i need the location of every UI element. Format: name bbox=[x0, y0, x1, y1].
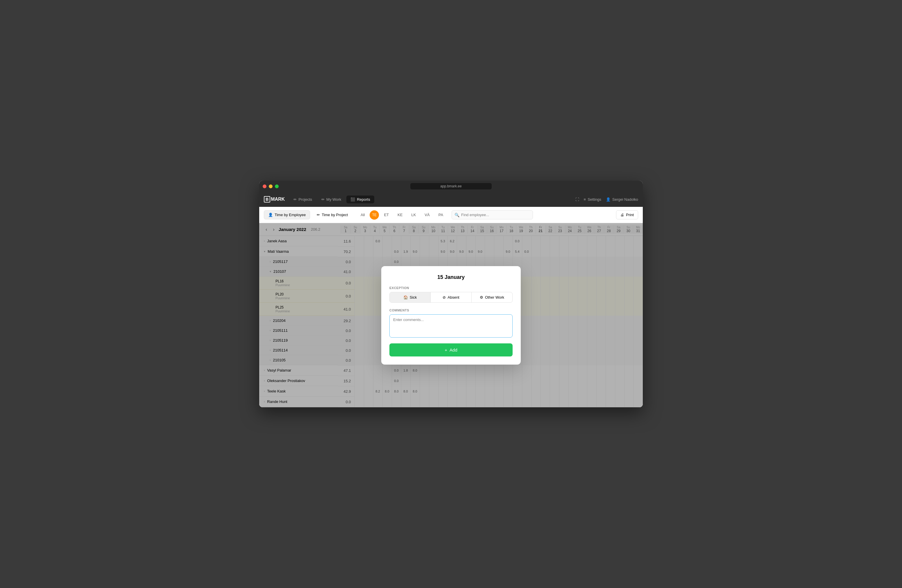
filter-et[interactable]: ET bbox=[380, 210, 393, 220]
navbar: B MARK ✏ Projects ✏ My Work ⬛ Reports ⛶ … bbox=[259, 192, 643, 207]
filter-all[interactable]: All bbox=[357, 210, 368, 220]
user-icon: 👤 bbox=[606, 197, 611, 202]
main-content: ‹ › January 2022 206.2 Sa1Su2Mo3Tu4We5Th… bbox=[259, 223, 643, 407]
nav-mywork-label: My Work bbox=[326, 197, 341, 202]
filter-te[interactable]: TE bbox=[370, 210, 379, 220]
tab-project-label: Time by Project bbox=[322, 213, 348, 217]
modal-title: 15 January bbox=[389, 274, 513, 280]
close-button[interactable] bbox=[263, 185, 266, 188]
add-label: Add bbox=[449, 347, 457, 352]
titlebar: app.bmark.ee bbox=[259, 181, 643, 192]
settings-btn[interactable]: ≡ Settings bbox=[584, 197, 601, 202]
search-bar: 🔍 bbox=[452, 210, 533, 219]
search-icon: 🔍 bbox=[454, 213, 459, 217]
sick-icon: 🏠 bbox=[403, 295, 408, 300]
toolbar: 👤 Time by Employee ✏ Time by Project All… bbox=[259, 207, 643, 223]
main-window: app.bmark.ee B MARK ✏ Projects ✏ My Work… bbox=[259, 181, 643, 407]
search-input[interactable] bbox=[452, 210, 533, 219]
nav-reports-label: Reports bbox=[357, 197, 370, 202]
print-button[interactable]: 🖨 Print bbox=[616, 210, 638, 219]
absent-icon: ⊘ bbox=[443, 295, 446, 300]
filter-lk[interactable]: LK bbox=[407, 210, 420, 220]
comments-label: COMMENTS bbox=[389, 308, 513, 312]
absent-label: Absent bbox=[448, 295, 459, 300]
filter-ke[interactable]: KE bbox=[394, 210, 406, 220]
nav-projects-label: Projects bbox=[298, 197, 312, 202]
add-button[interactable]: + Add bbox=[389, 343, 513, 357]
other-work-button[interactable]: ⚙ Other Work bbox=[471, 292, 512, 302]
tab-time-by-employee[interactable]: 👤 Time by Employee bbox=[264, 210, 310, 219]
sick-button[interactable]: 🏠 Sick bbox=[390, 292, 431, 302]
project-icon: ✏ bbox=[317, 213, 320, 217]
minimize-button[interactable] bbox=[269, 185, 272, 188]
tab-employee-label: Time by Employee bbox=[275, 213, 306, 217]
nav-reports[interactable]: ⬛ Reports bbox=[346, 195, 374, 203]
filter-pa[interactable]: PA bbox=[435, 210, 447, 220]
url-bar[interactable]: app.bmark.ee bbox=[410, 183, 492, 189]
logo-text: MARK bbox=[271, 197, 285, 202]
exception-buttons: 🏠 Sick ⊘ Absent ⚙ Other Work bbox=[389, 292, 513, 303]
printer-icon: 🖨 bbox=[620, 213, 624, 217]
fullscreen-btn[interactable]: ⛶ bbox=[575, 197, 579, 202]
pencil-icon: ✏ bbox=[293, 197, 297, 202]
chart-icon: ⬛ bbox=[351, 197, 355, 202]
filter-group: All TE ET KE LK VÄ PA bbox=[357, 210, 447, 220]
nav-projects[interactable]: ✏ Projects bbox=[290, 195, 316, 203]
pencil2-icon: ✏ bbox=[321, 197, 324, 202]
maximize-button[interactable] bbox=[275, 185, 279, 188]
employee-icon: 👤 bbox=[268, 213, 273, 217]
settings-label: Settings bbox=[587, 197, 601, 202]
print-label: Print bbox=[626, 213, 634, 217]
plus-icon: + bbox=[445, 347, 447, 352]
comments-input[interactable] bbox=[389, 314, 513, 338]
other-work-icon: ⚙ bbox=[480, 295, 483, 300]
filter-va[interactable]: VÄ bbox=[421, 210, 433, 220]
settings-icon: ≡ bbox=[584, 197, 586, 202]
sick-label: Sick bbox=[410, 295, 417, 300]
logo: B MARK bbox=[264, 196, 285, 202]
absent-button[interactable]: ⊘ Absent bbox=[431, 292, 471, 302]
user-label: Sergei Nadolko bbox=[612, 197, 638, 202]
tab-time-by-project[interactable]: ✏ Time by Project bbox=[312, 210, 352, 219]
exception-label: EXCEPTION bbox=[389, 286, 513, 289]
logo-b: B bbox=[264, 196, 270, 202]
other-work-label: Other Work bbox=[485, 295, 504, 300]
traffic-lights bbox=[263, 185, 279, 188]
modal-overlay[interactable]: 15 January EXCEPTION 🏠 Sick ⊘ Absent ⚙ O… bbox=[259, 223, 643, 407]
exception-modal: 15 January EXCEPTION 🏠 Sick ⊘ Absent ⚙ O… bbox=[381, 266, 521, 364]
nav-right: ⛶ ≡ Settings 👤 Sergei Nadolko bbox=[575, 197, 638, 202]
user-btn[interactable]: 👤 Sergei Nadolko bbox=[606, 197, 638, 202]
nav-mywork[interactable]: ✏ My Work bbox=[317, 195, 345, 203]
